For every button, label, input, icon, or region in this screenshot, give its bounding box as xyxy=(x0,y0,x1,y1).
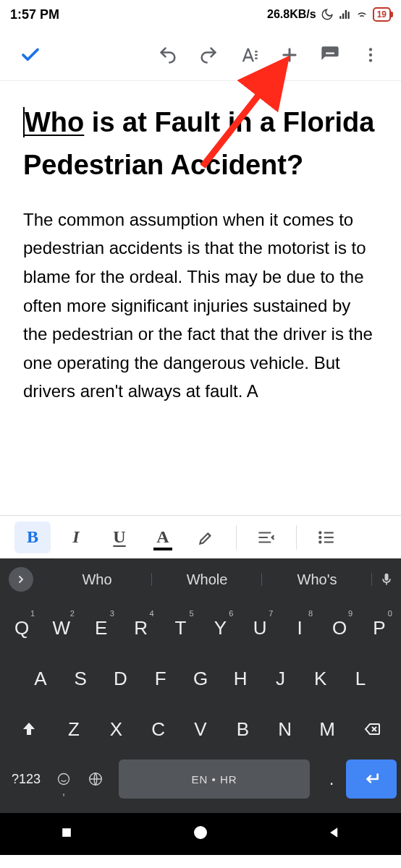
svg-rect-11 xyxy=(324,541,334,542)
expand-suggestions-button[interactable] xyxy=(9,567,33,592)
dnd-moon-icon xyxy=(321,8,334,21)
key-x[interactable]: X xyxy=(98,709,133,749)
suggestion-row: Who Whole Who's xyxy=(0,558,401,600)
svg-point-6 xyxy=(318,531,321,534)
nav-recent-button[interactable] xyxy=(59,825,74,843)
status-bar: 1:57 PM 26.8KB/s 19 xyxy=(0,0,401,29)
status-net-speed: 26.8KB/s xyxy=(267,8,316,21)
key-c[interactable]: C xyxy=(141,709,176,749)
status-time: 1:57 PM xyxy=(10,7,59,22)
svg-point-4 xyxy=(369,53,372,56)
signal-icon xyxy=(338,8,351,21)
svg-rect-0 xyxy=(255,51,258,52)
text-color-button[interactable]: A xyxy=(145,522,181,553)
svg-point-3 xyxy=(369,48,372,51)
key-u[interactable]: U7 xyxy=(242,608,277,648)
key-e[interactable]: E3 xyxy=(84,608,119,648)
nav-back-button[interactable] xyxy=(327,825,342,843)
key-q[interactable]: Q1 xyxy=(4,608,39,648)
accept-check-button[interactable] xyxy=(13,38,48,72)
svg-point-5 xyxy=(369,59,372,61)
document-area[interactable]: Who is at Fault in a Florida Pedestrian … xyxy=(0,81,401,515)
battery-badge: 19 xyxy=(373,7,391,22)
key-z[interactable]: Z xyxy=(56,709,91,749)
wifi-icon xyxy=(355,8,368,21)
key-a[interactable]: A xyxy=(23,658,58,699)
document-title[interactable]: Who is at Fault in a Florida Pedestrian … xyxy=(23,101,378,187)
android-nav-bar xyxy=(0,813,401,855)
key-o[interactable]: O9 xyxy=(322,608,357,648)
key-w[interactable]: W2 xyxy=(44,608,79,648)
underline-button[interactable]: U xyxy=(101,522,138,553)
text-format-button[interactable] xyxy=(232,38,266,72)
svg-point-8 xyxy=(318,540,321,543)
document-body[interactable]: The common assumption when it comes to p… xyxy=(23,205,378,406)
highlight-button[interactable] xyxy=(188,522,224,553)
key-g[interactable]: G xyxy=(183,658,218,699)
app-toolbar xyxy=(0,29,401,81)
align-button[interactable] xyxy=(248,522,284,553)
svg-point-16 xyxy=(198,830,203,835)
symbols-key[interactable]: ?123 xyxy=(4,760,48,799)
undo-button[interactable] xyxy=(151,38,185,72)
nav-home-button[interactable] xyxy=(192,824,209,844)
key-h[interactable]: H xyxy=(223,658,258,699)
key-b[interactable]: B xyxy=(225,709,260,749)
more-menu-button[interactable] xyxy=(353,38,388,72)
key-j[interactable]: J xyxy=(263,658,298,699)
enter-key[interactable] xyxy=(346,760,397,799)
insert-plus-button[interactable] xyxy=(272,38,307,72)
bullet-list-button[interactable] xyxy=(308,522,345,553)
key-t[interactable]: T5 xyxy=(164,608,198,648)
key-s[interactable]: S xyxy=(63,658,98,699)
redo-button[interactable] xyxy=(191,38,226,72)
svg-rect-14 xyxy=(62,828,71,837)
svg-rect-1 xyxy=(255,54,258,55)
key-m[interactable]: M xyxy=(310,709,345,749)
suggestion-word-3[interactable]: Who's xyxy=(262,571,372,588)
title-underlined-word: Who xyxy=(23,107,84,137)
svg-point-7 xyxy=(318,535,321,538)
keyboard: Q1W2E3R4T5Y6U7I8O9P0 ASDFGHJKL ZXCVBNM ?… xyxy=(0,600,401,813)
key-f[interactable]: F xyxy=(143,658,178,699)
key-k[interactable]: K xyxy=(303,658,338,699)
key-p[interactable]: P0 xyxy=(362,608,397,648)
spacebar[interactable]: EN • HR xyxy=(119,760,310,799)
italic-button[interactable]: I xyxy=(58,522,94,553)
mic-button[interactable] xyxy=(372,572,401,587)
key-y[interactable]: Y6 xyxy=(203,608,237,648)
key-v[interactable]: V xyxy=(183,709,218,749)
key-n[interactable]: N xyxy=(268,709,303,749)
backspace-key[interactable] xyxy=(350,709,394,749)
key-i[interactable]: I8 xyxy=(282,608,317,648)
comment-button[interactable] xyxy=(313,38,347,72)
shift-key[interactable] xyxy=(7,709,51,749)
svg-point-12 xyxy=(59,774,69,785)
svg-rect-10 xyxy=(324,536,334,537)
emoji-key[interactable]: , xyxy=(48,760,80,799)
suggestion-word-2[interactable]: Whole xyxy=(152,571,262,588)
svg-rect-9 xyxy=(324,532,334,533)
format-toolbar: B I U A xyxy=(0,515,401,558)
bold-button[interactable]: B xyxy=(14,522,51,553)
period-key[interactable]: . xyxy=(317,760,346,799)
suggestion-word-1[interactable]: Who xyxy=(42,571,152,588)
key-r[interactable]: R4 xyxy=(124,608,159,648)
svg-rect-2 xyxy=(255,57,258,59)
language-key[interactable] xyxy=(80,760,111,799)
key-l[interactable]: L xyxy=(343,658,378,699)
key-d[interactable]: D xyxy=(104,658,138,699)
